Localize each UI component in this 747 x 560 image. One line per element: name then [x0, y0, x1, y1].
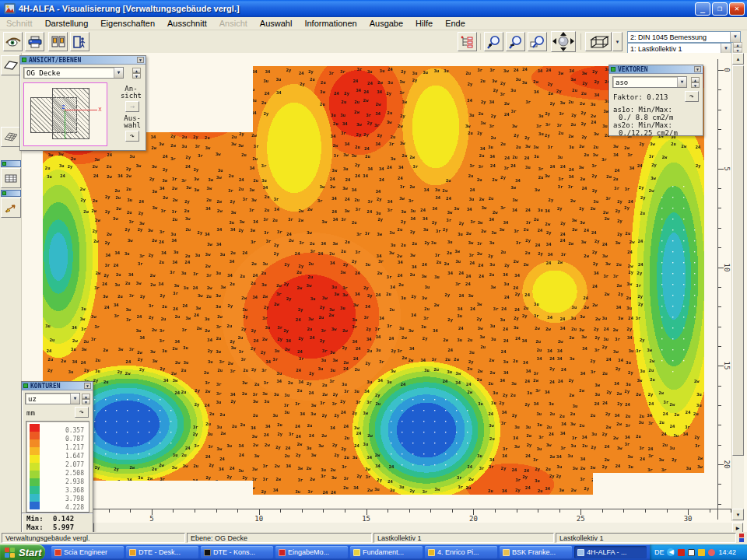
y-tick	[718, 110, 721, 110]
loadcase-spin-down[interactable]: ▼	[733, 47, 742, 53]
scia-icon	[54, 549, 61, 556]
view-3d-dropdown[interactable]: ▼	[612, 32, 622, 51]
taskbar-item-4h-alfa-[interactable]: 4H-ALFA - ...	[574, 546, 647, 558]
taskbar-item-fundament-[interactable]: Fundament...	[350, 546, 423, 558]
start-button[interactable]: Start	[0, 544, 45, 560]
contour-combo[interactable]: uz ▼	[25, 393, 80, 404]
contour-spin-up[interactable]: ▲	[82, 394, 90, 399]
pan-button[interactable]	[551, 31, 576, 52]
taskbar-item-scia-engineer[interactable]: Scia Engineer	[51, 546, 124, 558]
maximize-button[interactable]: ❐	[712, 2, 728, 16]
taskbar-item-bsk-franke-[interactable]: BSK Franke...	[500, 546, 572, 558]
y-tick	[718, 484, 721, 485]
contour-spin-down[interactable]: ▼	[82, 399, 90, 404]
print-button[interactable]	[25, 32, 44, 51]
collapsed-panel-vectors[interactable]	[1, 190, 21, 197]
ansicht-apply-button[interactable]: →	[125, 101, 139, 112]
table-icon	[5, 174, 17, 183]
chevron-down-icon: ▼	[70, 394, 79, 404]
panel-collapse-icon[interactable]: ▼	[137, 57, 144, 63]
konturen-panel-titlebar[interactable]: KONTUREN ▼	[22, 382, 93, 390]
panel-collapse-icon[interactable]: ▼	[694, 66, 701, 72]
left-dock	[0, 53, 22, 532]
menu-item-darstellung[interactable]: Darstellung	[39, 18, 95, 29]
legend-swatch	[30, 432, 40, 439]
plane-view-button[interactable]	[1, 55, 21, 75]
taskbar-item-4-enrico-pi-[interactable]: 4. Enrico Pi...	[425, 546, 497, 558]
tray-chevron-icon[interactable]: ◀	[667, 548, 675, 556]
faktor-refresh-button[interactable]: ↷	[685, 91, 699, 102]
document-icon	[428, 549, 435, 556]
menu-item-hilfe[interactable]: Hilfe	[409, 18, 439, 29]
y-tick-label: 20	[723, 460, 731, 469]
taskbar-item-eingabemo-[interactable]: EingabeMo...	[275, 546, 348, 558]
zoom-window-button[interactable]	[528, 32, 547, 51]
tray-app-icon[interactable]	[688, 549, 695, 556]
menu-item-ausschnitt[interactable]: Ausschnitt	[161, 18, 213, 29]
tray-pencil-icon[interactable]	[698, 549, 705, 556]
vertical-scrollbar[interactable]: ▲ ▼	[731, 53, 744, 521]
preview-button[interactable]	[3, 32, 23, 51]
app-icon	[4, 3, 16, 14]
legend-values: 0.3570.7871.2171.6472.0772.5082.9383.368…	[54, 426, 84, 512]
auswahl-button[interactable]: ↷	[125, 131, 139, 142]
close-button[interactable]: ✕	[729, 2, 745, 16]
collapsed-panel-results[interactable]	[1, 160, 21, 167]
design-combo[interactable]: 2: DIN 1045 Bemessung ▼	[627, 31, 741, 43]
zoom-out-button[interactable]	[506, 32, 525, 51]
keyboard-lang[interactable]: DE	[654, 548, 665, 556]
vector-combo-value: aso	[615, 79, 628, 86]
tray-update-icon[interactable]	[708, 549, 715, 556]
menu-item-eigenschaften[interactable]: Eigenschaften	[94, 18, 161, 29]
taskbar-item-dte-kons-[interactable]: DTE - Kons...	[201, 546, 273, 558]
y-tick	[718, 89, 721, 90]
floorplan-thumbnail[interactable]: z x	[23, 82, 107, 146]
x-tick	[667, 509, 668, 513]
menu-item-ausgabe[interactable]: Ausgabe	[363, 18, 409, 29]
panel-collapse-icon[interactable]: ▼	[84, 383, 91, 389]
ansicht-panel-titlebar[interactable]: ANSICHT/EBENEN ▼	[20, 56, 146, 65]
vector-combo[interactable]: aso ▼	[612, 76, 687, 88]
exit-button[interactable]	[70, 32, 89, 51]
legend-value: 1.647	[54, 452, 84, 460]
scroll-up-icon[interactable]: ▲	[732, 53, 744, 65]
tray-app-icon[interactable]	[678, 549, 685, 556]
x-tick-label: 10	[254, 515, 263, 523]
y-tick-label: 10	[723, 263, 731, 271]
menu-item-auswahl[interactable]: Auswahl	[254, 18, 299, 29]
zoom-in-button[interactable]	[484, 32, 503, 51]
min-value: 0.142	[53, 515, 74, 523]
help-book-button[interactable]	[48, 32, 68, 51]
y-tick-label: 5	[723, 166, 731, 170]
menu-item-informationen[interactable]: Informationen	[298, 18, 363, 29]
menubar: SchnittDarstellungEigenschaftenAusschnit…	[0, 17, 747, 30]
eye-icon	[5, 37, 21, 47]
minimize-button[interactable]: _	[695, 2, 710, 16]
vector-tool-button[interactable]	[1, 198, 21, 218]
x-tick	[173, 509, 174, 513]
level-spin-up[interactable]: ▲	[132, 68, 141, 73]
y-tick	[718, 228, 721, 229]
x-tick	[109, 509, 110, 513]
x-tick	[195, 509, 195, 513]
level-spin-down[interactable]: ▼	[132, 73, 141, 79]
view-3d-button[interactable]	[585, 32, 612, 51]
x-tick	[495, 509, 496, 513]
printer-icon	[28, 36, 42, 48]
as1-label: as1o: Min/Max:	[613, 106, 672, 114]
loadcase-spin-up[interactable]: ▲	[733, 42, 742, 47]
vektoren-panel-titlebar[interactable]: VEKTOREN ▼	[609, 65, 703, 74]
contour-refresh-button[interactable]: ↷	[75, 407, 89, 418]
level-combo[interactable]: OG Decke ▼	[23, 67, 124, 79]
vertical-scroll-thumb[interactable]	[732, 65, 744, 456]
chevron-down-icon: ▼	[615, 40, 620, 44]
panel-icon	[2, 162, 6, 166]
vector-spin-up[interactable]: ▲	[691, 77, 700, 82]
scroll-down-icon[interactable]: ▼	[732, 509, 744, 520]
taskbar-item-dte-desk-[interactable]: DTE - Desk...	[126, 546, 198, 558]
display-options-button[interactable]	[458, 32, 477, 51]
menu-item-ende[interactable]: Ende	[439, 18, 472, 29]
table-button[interactable]	[1, 168, 21, 188]
vector-spin-down[interactable]: ▼	[691, 82, 700, 88]
mesh-button[interactable]	[1, 127, 21, 147]
